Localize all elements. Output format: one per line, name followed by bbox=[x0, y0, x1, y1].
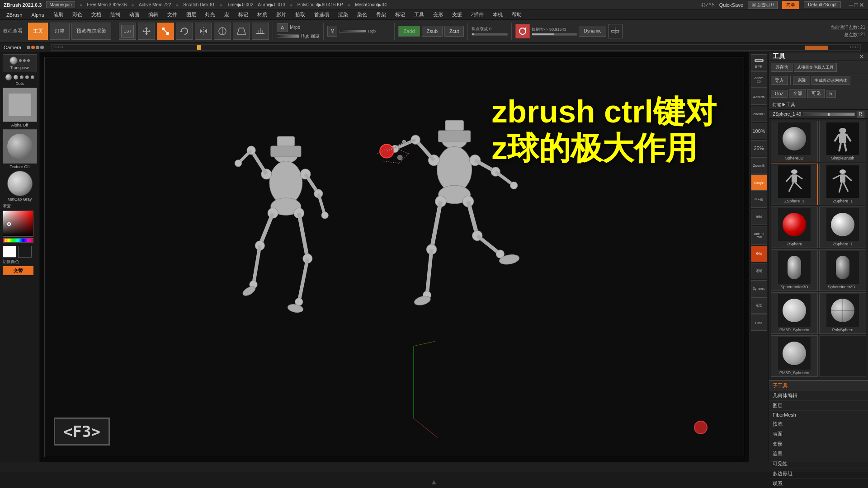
section-contact[interactable]: 联系 bbox=[769, 479, 868, 488]
menu-item-file[interactable]: 文件 bbox=[164, 10, 181, 19]
timeline-bar[interactable]: 00181 16:13 bbox=[51, 44, 861, 51]
tool-zsphere-red[interactable]: ZSphere bbox=[771, 206, 818, 248]
zoomc-btn[interactable]: ZoomC bbox=[751, 106, 767, 122]
menu-item-zplugin[interactable]: Z插件 bbox=[467, 10, 488, 19]
dots-area[interactable]: Dots bbox=[3, 74, 37, 86]
ac50-btn[interactable]: Ac50% bbox=[751, 89, 767, 105]
texture-off-btn[interactable]: Texture Off bbox=[3, 129, 37, 169]
section-geo-edit[interactable]: 几何体编辑 bbox=[769, 391, 868, 401]
win-min-icon[interactable]: ─ bbox=[849, 1, 854, 9]
tab-lightbox[interactable]: 灯箱 bbox=[50, 23, 70, 40]
tab-home[interactable]: 主页 bbox=[28, 23, 48, 40]
clone-btn[interactable]: 克隆 bbox=[793, 76, 810, 85]
single-frame-btn[interactable]: 单帧 bbox=[751, 209, 767, 225]
floor-btn[interactable] bbox=[252, 23, 269, 40]
section-layers[interactable]: 图层 bbox=[769, 401, 868, 411]
import-from-project-btn[interactable]: 从项目文件载入工具 bbox=[794, 63, 837, 72]
scale-btn[interactable] bbox=[157, 23, 174, 40]
win-close-icon[interactable]: ✕ bbox=[859, 1, 864, 9]
camera-zoom-icon[interactable] bbox=[515, 24, 530, 38]
import-btn[interactable]: 导入 bbox=[771, 76, 788, 85]
mid-low-btn[interactable]: 中+低 bbox=[751, 192, 767, 208]
menu-item-anim[interactable]: 动画 bbox=[126, 10, 143, 19]
all-btn[interactable]: 全部 bbox=[789, 89, 806, 98]
menu-item-tool[interactable]: 工具 bbox=[410, 10, 428, 19]
far-near-btn[interactable]: 远近 bbox=[751, 297, 767, 314]
tool-sphere3d[interactable]: Sphere3D bbox=[771, 121, 818, 162]
section-fibermesh[interactable]: FiberMesh bbox=[769, 411, 868, 419]
menu-item-texture[interactable]: 标记 bbox=[392, 10, 409, 19]
fog-btn[interactable]: 远明 bbox=[751, 263, 767, 279]
pose-strip-btn[interactable]: Pose bbox=[751, 314, 767, 331]
tool-zsphere1c[interactable]: ZSphere_1 bbox=[819, 206, 866, 248]
zoom2d-btn[interactable]: Zoom 2D bbox=[751, 71, 767, 88]
transpose-btn[interactable]: Transpose bbox=[3, 54, 37, 72]
visible-btn[interactable]: 可见 bbox=[807, 89, 825, 98]
rotate-btn[interactable] bbox=[176, 23, 193, 40]
menu-item-layer[interactable]: 图层 bbox=[183, 10, 200, 19]
menu-item-doc[interactable]: 文档 bbox=[88, 10, 105, 19]
zsub-button[interactable]: Zsub bbox=[422, 26, 443, 37]
menu-item-edit[interactable]: 编辑 bbox=[145, 10, 162, 19]
alpha-off-btn[interactable]: Alpha Off bbox=[3, 88, 37, 127]
menu-item-mat[interactable]: 材质 bbox=[254, 10, 271, 19]
tool-zsphere1b[interactable]: ZSphere_1 bbox=[819, 164, 866, 205]
menu-item-dye[interactable]: 染色 bbox=[354, 10, 371, 19]
goz-btn[interactable]: GoZ bbox=[771, 90, 788, 98]
menu-item-native[interactable]: 本机 bbox=[489, 10, 506, 19]
color-picker[interactable]: 渐变 切换颜色 交替 bbox=[3, 203, 37, 275]
perspective-btn[interactable] bbox=[233, 23, 250, 40]
menu-item-alpha[interactable]: Alpha bbox=[28, 11, 47, 19]
save-as-btn[interactable]: 另存为 bbox=[771, 63, 793, 72]
menu-item-help[interactable]: 帮助 bbox=[508, 10, 525, 19]
lamp-tool-btn[interactable]: 灯箱▶工具 bbox=[773, 102, 795, 108]
menu-item-support[interactable]: 支援 bbox=[448, 10, 466, 19]
dynamic-button[interactable]: Dynamic bbox=[579, 26, 606, 37]
matcap-btn[interactable]: MatCap Gray bbox=[7, 171, 33, 202]
gen-multimesh-btn[interactable]: 生成多边形网格体 bbox=[811, 76, 850, 85]
zoom100-btn[interactable]: 100% bbox=[751, 123, 767, 139]
menu-item-draw[interactable]: 绘制 bbox=[107, 10, 124, 19]
section-mask[interactable]: 遮罩 bbox=[769, 449, 868, 459]
mode-button[interactable]: Mannequin bbox=[46, 1, 75, 8]
bpr-btn[interactable]: BPR bbox=[751, 54, 767, 70]
menu-item-color[interactable]: 彩色 bbox=[69, 10, 86, 19]
tool-polysphere[interactable]: PolySphere bbox=[819, 292, 866, 334]
menu-item-macro[interactable]: 宏 bbox=[221, 10, 233, 19]
menu-item-movie[interactable]: 影片 bbox=[273, 10, 290, 19]
white-swatch[interactable] bbox=[3, 246, 16, 258]
right-panel-close-btn[interactable]: ✕ bbox=[859, 53, 864, 60]
zadd-button[interactable]: Zadd bbox=[398, 26, 420, 37]
zsphere-r-btn[interactable]: R bbox=[857, 111, 864, 117]
tool-sphereinder3d-b[interactable]: SphereInder3D_ bbox=[819, 249, 866, 291]
zcut-button[interactable]: Zcut bbox=[444, 26, 464, 37]
move-btn[interactable] bbox=[138, 23, 155, 40]
interface-button[interactable]: 界面透明 0 bbox=[748, 1, 778, 9]
grxyz-btn[interactable]: Grxyz bbox=[751, 174, 767, 191]
section-visibility[interactable]: 可见性 bbox=[769, 459, 868, 469]
section-subtool[interactable]: 子工具 bbox=[769, 381, 868, 391]
menu-item-deform[interactable]: 变形 bbox=[429, 10, 447, 19]
symmetry-btn[interactable] bbox=[214, 23, 231, 40]
dynamic-strip-btn[interactable]: Dynamic bbox=[751, 280, 767, 296]
dim-btn[interactable] bbox=[608, 24, 623, 38]
tab-preview-render[interactable]: 预览布尔渲染 bbox=[71, 23, 111, 40]
rgb-m-button[interactable]: M bbox=[327, 26, 337, 37]
menu-item-light[interactable]: 灯光 bbox=[202, 10, 219, 19]
edit-btn[interactable]: EST bbox=[119, 23, 136, 40]
menu-item-marker[interactable]: 标记 bbox=[235, 10, 252, 19]
mirror-btn[interactable] bbox=[195, 23, 212, 40]
menu-item-pref[interactable]: 首选项 bbox=[311, 10, 333, 19]
script-button[interactable]: DefaultZScript bbox=[804, 1, 840, 8]
section-deform[interactable]: 变形 bbox=[769, 439, 868, 449]
r-btn[interactable]: R bbox=[826, 90, 835, 98]
tool-sphereinder3d-a[interactable]: SphereInder3D bbox=[771, 249, 818, 291]
zoomb-btn[interactable]: ZoomB bbox=[751, 157, 767, 174]
a-button[interactable]: A bbox=[277, 23, 288, 32]
black-swatch[interactable] bbox=[18, 246, 32, 258]
overlay-btn[interactable]: 叠加 bbox=[751, 246, 767, 262]
tool-pm3d-spherein-b[interactable]: PM3D_Spherein bbox=[771, 335, 818, 377]
viewport[interactable]: zbrush ctrl键对 z球的极大作用 <F3> bbox=[40, 52, 749, 462]
tool-zsphere1-thumb[interactable]: ZSphere_1 bbox=[771, 164, 818, 205]
menu-item-render[interactable]: 渲染 bbox=[335, 10, 352, 19]
